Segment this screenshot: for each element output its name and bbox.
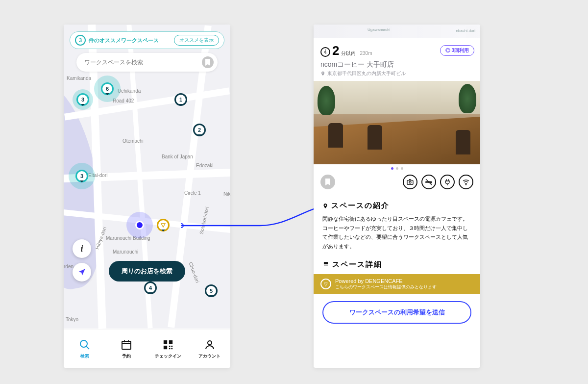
svg-point-0 bbox=[80, 340, 87, 347]
nav-label: 予約 bbox=[122, 353, 131, 359]
usage-badge: ◎ 3回利用 bbox=[440, 45, 474, 56]
walk-minutes: 2 bbox=[332, 43, 339, 58]
map-label: Uchikanda bbox=[118, 88, 141, 94]
map-pin[interactable]: 5 bbox=[205, 284, 218, 297]
map-pin[interactable]: 2 bbox=[193, 124, 206, 136]
svg-point-11 bbox=[325, 50, 326, 51]
camera-icon bbox=[403, 175, 417, 189]
info-button[interactable]: i bbox=[73, 239, 91, 258]
triangle-icon: ▽ bbox=[320, 279, 331, 289]
map[interactable]: Kamikanda Uchikanda Road 402 Otemachi Ba… bbox=[64, 25, 230, 329]
map-label: Tokyo bbox=[66, 317, 78, 322]
search-bar bbox=[76, 53, 218, 72]
powered-main: Powered by DENGENCAFE bbox=[335, 278, 437, 284]
map-label: Chuo-dori bbox=[188, 261, 200, 283]
search-input[interactable] bbox=[84, 59, 202, 66]
svg-rect-5 bbox=[169, 346, 170, 347]
recommend-bar: 3 件のオススメワークスペース オススメを表示 bbox=[70, 31, 224, 49]
svg-point-13 bbox=[409, 181, 411, 183]
nav-label: アカウント bbox=[198, 353, 220, 359]
nav-checkin[interactable]: チェックイン bbox=[147, 330, 189, 368]
map-label: Kamikanda bbox=[67, 76, 91, 81]
search-around-button[interactable]: 周りのお店を検索 bbox=[109, 261, 185, 282]
intro-title: スペースの紹介 bbox=[331, 201, 390, 210]
map-pin[interactable]: 6 bbox=[101, 82, 114, 95]
nav-label: 検索 bbox=[80, 353, 89, 359]
power-outlet-icon bbox=[440, 175, 455, 189]
detail-map-strip: Ugawamachi nbachi-dori bbox=[314, 25, 480, 38]
recommend-label: 件のオススメワークスペース bbox=[89, 37, 174, 44]
svg-rect-6 bbox=[171, 346, 172, 347]
intro-section: スペースの紹介 閑静な住宅街にあるゆったり目スペースの電源カフェです。コーヒーや… bbox=[314, 195, 480, 257]
map-pin[interactable]: 1 bbox=[174, 93, 187, 106]
powered-sub: こちらのワークスペースは情報提供のみとなります bbox=[335, 284, 437, 290]
nav-search[interactable]: 検索 bbox=[64, 330, 105, 368]
powered-banner: ▽ Powered by DENGENCAFE こちらのワークスペースは情報提供… bbox=[314, 274, 480, 294]
walk-icon bbox=[320, 47, 330, 57]
pin-icon bbox=[322, 203, 328, 209]
search-icon bbox=[78, 338, 91, 351]
shop-address: 東京都千代田区丸の内新大手町ビル bbox=[327, 70, 406, 77]
detail-header: 2 分以内 230m ◎ 3回利用 ncomコーヒー 大手町店 東京都千代田区丸… bbox=[314, 38, 480, 81]
locate-button[interactable] bbox=[73, 263, 91, 282]
detail-title: スペース詳細 bbox=[332, 260, 382, 269]
nav-account[interactable]: アカウント bbox=[189, 330, 230, 368]
svg-point-9 bbox=[208, 341, 212, 345]
photo-pagination[interactable] bbox=[314, 164, 480, 173]
bottom-nav: 検索 予約 チェックイン アカウント bbox=[64, 330, 230, 368]
detail-section: スペース詳細 bbox=[314, 257, 480, 274]
map-pin[interactable]: 4 bbox=[144, 282, 157, 294]
detail-screen: Ugawamachi nbachi-dori 2 分以内 230m ◎ 3回利用… bbox=[314, 25, 480, 368]
svg-rect-7 bbox=[169, 348, 170, 349]
map-pin-highlight[interactable] bbox=[157, 219, 170, 231]
svg-point-15 bbox=[466, 184, 466, 185]
svg-rect-2 bbox=[163, 340, 167, 344]
map-label: Bank of Japan bbox=[162, 154, 193, 159]
qr-icon bbox=[162, 338, 174, 351]
svg-rect-4 bbox=[163, 346, 167, 349]
svg-rect-12 bbox=[407, 180, 413, 185]
show-recommend-button[interactable]: オススメを表示 bbox=[174, 35, 219, 46]
bookmark-icon[interactable] bbox=[202, 56, 214, 68]
map-label: Nik bbox=[223, 191, 230, 197]
current-location-dot bbox=[135, 221, 144, 230]
shop-name: ncomコーヒー 大手町店 bbox=[320, 60, 473, 69]
map-label: rden bbox=[64, 264, 74, 269]
walk-unit: 分以内 bbox=[341, 50, 356, 57]
map-label: Eitai-dori bbox=[88, 173, 107, 178]
map-label: Marunouchi bbox=[113, 249, 138, 255]
map-label: Circle 1 bbox=[184, 190, 201, 196]
svg-rect-8 bbox=[171, 348, 172, 349]
nav-label: チェックイン bbox=[155, 353, 181, 359]
svg-rect-3 bbox=[169, 340, 172, 344]
wifi-icon bbox=[459, 175, 473, 189]
send-request-button[interactable]: ワークスペースの利用希望を送信 bbox=[322, 301, 471, 324]
nav-reserve[interactable]: 予約 bbox=[105, 330, 147, 368]
bookmark-button[interactable] bbox=[320, 175, 335, 189]
intro-body: 閑静な住宅街にあるゆったり目スペースの電源カフェです。コーヒーやフードが充実して… bbox=[322, 214, 471, 251]
no-smoking-icon bbox=[421, 175, 436, 189]
pin-icon bbox=[320, 71, 325, 77]
map-pin[interactable]: 3 bbox=[76, 93, 89, 106]
map-label: Edozaki bbox=[196, 163, 214, 168]
calendar-icon bbox=[120, 338, 133, 351]
chair-icon bbox=[322, 261, 329, 268]
recommend-count-badge: 3 bbox=[75, 35, 86, 46]
svg-rect-1 bbox=[122, 341, 131, 349]
map-label: Road 402 bbox=[113, 98, 134, 103]
map-label: Otemachi bbox=[122, 138, 144, 144]
amenity-row bbox=[314, 173, 480, 195]
map-pin[interactable]: 3 bbox=[75, 170, 88, 182]
shop-photo[interactable] bbox=[314, 81, 480, 164]
map-screen: Kamikanda Uchikanda Road 402 Otemachi Ba… bbox=[64, 25, 230, 368]
walk-distance: 230m bbox=[360, 51, 372, 56]
account-icon bbox=[203, 338, 216, 351]
map-label: Marunouchi Building bbox=[106, 235, 150, 241]
